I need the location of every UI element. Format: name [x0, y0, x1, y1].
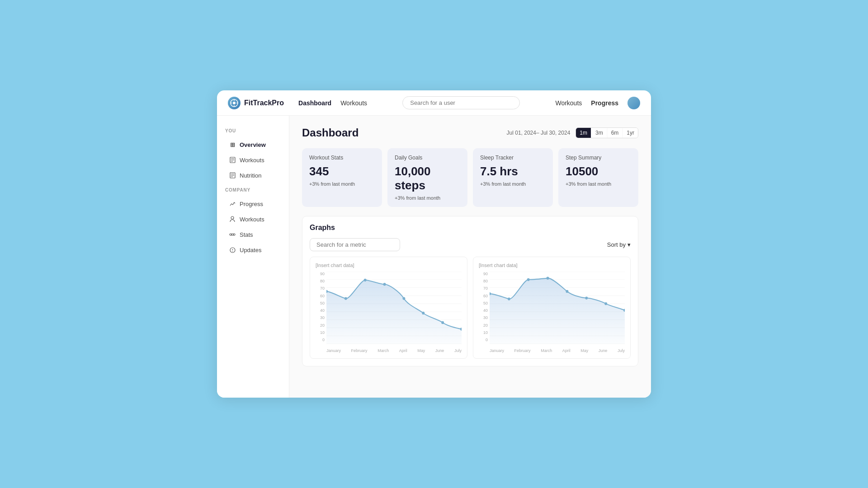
nutrition-icon	[229, 172, 236, 179]
header-right: Jul 01, 2024– Jul 30, 2024 1m 3m 6m 1yr	[507, 127, 638, 138]
svg-point-37	[422, 312, 425, 314]
svg-point-17	[231, 234, 233, 235]
svg-point-51	[508, 297, 510, 300]
stat-label-3: Step Summary	[566, 155, 631, 161]
sidebar-item-stats[interactable]: Stats	[221, 228, 285, 241]
nav-link-dashboard[interactable]: Dashboard	[298, 98, 331, 108]
sidebar-item-nutrition[interactable]: Nutrition	[221, 169, 285, 182]
stat-value-3: 10500	[566, 164, 631, 178]
svg-point-15	[230, 234, 231, 235]
metric-search-input[interactable]	[310, 238, 400, 251]
brand-icon	[228, 97, 241, 109]
sidebar-item-workouts-company[interactable]: Workouts	[221, 212, 285, 226]
sidebar-label-nutrition: Nutrition	[240, 172, 261, 179]
svg-point-38	[441, 321, 444, 324]
progress-icon	[229, 200, 236, 207]
sidebar-label-workouts-company: Workouts	[240, 216, 264, 223]
chart-area-1: 9080706050403020100 JanuaryFebruaryMarch…	[479, 272, 625, 353]
sidebar-label-stats: Stats	[240, 231, 253, 238]
svg-point-33	[344, 297, 347, 300]
svg-point-56	[604, 302, 607, 305]
stats-icon	[229, 231, 236, 238]
svg-point-1	[233, 102, 236, 104]
dashboard-title: Dashboard	[302, 127, 359, 139]
chart-placeholder-1: [Insert chart data]	[479, 263, 625, 268]
chart-card-1: [Insert chart data]	[473, 257, 631, 359]
sidebar-label-updates: Updates	[240, 247, 261, 253]
chart-placeholder-0: [Insert chart data]	[316, 263, 462, 268]
filter-6m[interactable]: 6m	[608, 128, 623, 138]
stat-card-sleep-tracker: Sleep Tracker 7.5 hrs +3% from last mont…	[473, 148, 553, 207]
stat-value-1: 10,000 steps	[395, 164, 460, 192]
graphs-title: Graphs	[310, 224, 631, 232]
sidebar-company-label: COMPANY	[217, 188, 289, 195]
nav-right-progress[interactable]: Progress	[591, 99, 618, 107]
graphs-section: Graphs Sort by ▾ [Insert chart data]	[302, 216, 638, 366]
sidebar-you-label: YOU	[217, 128, 289, 136]
filter-1yr[interactable]: 1yr	[623, 128, 638, 138]
user-avatar[interactable]	[627, 97, 640, 109]
nav-right: Workouts Progress	[555, 97, 640, 109]
stat-label-0: Workout Stats	[309, 155, 375, 161]
overview-icon: ⊞	[229, 141, 236, 148]
sidebar-item-overview[interactable]: ⊞ Overview	[221, 138, 285, 151]
svg-point-52	[527, 278, 530, 281]
sort-by-chevron: ▾	[627, 241, 631, 248]
workouts-you-icon	[229, 156, 236, 164]
stat-change-1: +3% from last month	[395, 195, 460, 201]
filter-3m[interactable]: 3m	[592, 128, 607, 138]
sidebar: YOU ⊞ Overview Workouts Nutrition COMPAN…	[217, 116, 289, 398]
main-content: Dashboard Jul 01, 2024– Jul 30, 2024 1m …	[289, 116, 651, 398]
sidebar-item-workouts-you[interactable]: Workouts	[221, 153, 285, 167]
chart-card-0: [Insert chart data]	[310, 257, 467, 359]
sidebar-label-workouts-you: Workouts	[240, 157, 264, 164]
navbar: FitTrackPro Dashboard Workouts Workouts …	[217, 90, 651, 116]
y-labels-0: 9080706050403020100	[316, 272, 325, 342]
stat-change-3: +3% from last month	[566, 181, 631, 187]
stat-card-step-summary: Step Summary 10500 +3% from last month	[558, 148, 638, 207]
nav-link-workouts[interactable]: Workouts	[340, 98, 367, 108]
charts-grid: [Insert chart data]	[310, 257, 631, 359]
stat-label-2: Sleep Tracker	[480, 155, 546, 161]
brand-name: FitTrackPro	[244, 99, 284, 107]
brand: FitTrackPro	[228, 97, 284, 109]
x-labels-0: JanuaryFebruaryMarchAprilMayJuneJuly	[326, 348, 462, 353]
workouts-company-icon	[229, 216, 236, 223]
nav-right-workouts[interactable]: Workouts	[555, 99, 582, 107]
stat-label-1: Daily Goals	[395, 155, 460, 161]
svg-point-53	[547, 277, 549, 279]
x-labels-1: JanuaryFebruaryMarchAprilMayJuneJuly	[490, 348, 625, 353]
body-area: YOU ⊞ Overview Workouts Nutrition COMPAN…	[217, 116, 651, 398]
sidebar-item-progress[interactable]: Progress	[221, 197, 285, 211]
svg-point-14	[231, 216, 234, 219]
stat-change-2: +3% from last month	[480, 181, 546, 187]
stat-value-0: 345	[309, 164, 375, 178]
svg-point-21	[232, 251, 233, 252]
stat-value-2: 7.5 hrs	[480, 164, 546, 178]
svg-point-54	[566, 290, 568, 293]
svg-point-34	[364, 279, 367, 282]
time-filters: 1m 3m 6m 1yr	[576, 127, 638, 138]
stat-card-daily-goals: Daily Goals 10,000 steps +3% from last m…	[387, 148, 467, 207]
chart-area-0: 9080706050403020100 JanuaryFebruaryMarch…	[316, 272, 462, 353]
nav-links: Dashboard Workouts	[298, 98, 367, 108]
svg-point-35	[383, 283, 386, 286]
y-labels-1: 9080706050403020100	[479, 272, 488, 342]
sort-by-dropdown[interactable]: Sort by ▾	[607, 241, 631, 248]
graphs-toolbar: Sort by ▾	[310, 238, 631, 251]
sort-by-label: Sort by	[607, 241, 626, 248]
updates-icon	[229, 246, 236, 253]
svg-point-36	[402, 297, 405, 300]
search-bar-nav	[378, 96, 544, 109]
stat-card-workout-stats: Workout Stats 345 +3% from last month	[302, 148, 382, 207]
date-range: Jul 01, 2024– Jul 30, 2024	[507, 130, 571, 136]
sidebar-label-progress: Progress	[240, 201, 263, 207]
user-search-input[interactable]	[402, 96, 520, 109]
dashboard-header: Dashboard Jul 01, 2024– Jul 30, 2024 1m …	[302, 127, 638, 139]
stat-change-0: +3% from last month	[309, 181, 375, 187]
sidebar-label-overview: Overview	[240, 141, 266, 148]
svg-point-55	[585, 296, 588, 299]
stat-cards: Workout Stats 345 +3% from last month Da…	[302, 148, 638, 207]
sidebar-item-updates[interactable]: Updates	[221, 243, 285, 257]
filter-1m[interactable]: 1m	[576, 128, 591, 138]
